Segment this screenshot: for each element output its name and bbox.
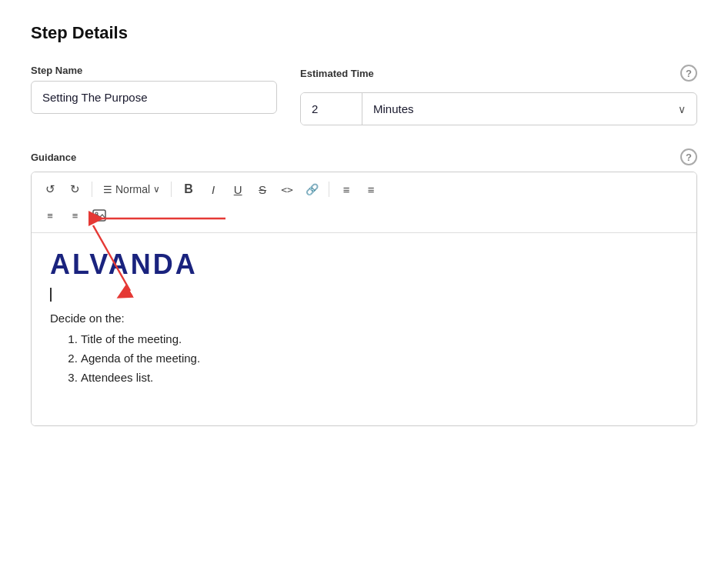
align-right-button[interactable]: ≡: [360, 178, 382, 200]
svg-point-1: [95, 212, 98, 215]
step-name-label: Step Name: [31, 65, 277, 76]
align-left-button[interactable]: ≡: [336, 178, 357, 200]
format-label: Normal: [115, 183, 150, 195]
text-cursor: [50, 288, 52, 302]
guidance-help-icon[interactable]: ?: [680, 148, 697, 165]
estimated-time-help-icon[interactable]: ?: [680, 65, 697, 82]
toolbar-divider-2: [171, 182, 172, 197]
strikethrough-button[interactable]: S: [252, 178, 273, 200]
toolbar-divider-1: [92, 182, 92, 197]
time-unit-select[interactable]: Minutes Hours Days: [362, 93, 696, 125]
cursor-line: [50, 287, 678, 302]
svg-rect-0: [93, 210, 105, 221]
toolbar-row-1: ↺ ↻ ☰ Normal ∨ B I U S <> 🔗 ≡ ≡: [39, 178, 689, 200]
link-button[interactable]: 🔗: [301, 178, 322, 200]
list-ordered-button[interactable]: ≡: [64, 205, 85, 226]
editor-content[interactable]: ALVANDA Decide on the: Title of the meet…: [32, 233, 696, 425]
format-dropdown[interactable]: ☰ Normal ∨: [99, 180, 165, 198]
dropdown-chevron-icon: ∨: [153, 184, 160, 195]
redo-button[interactable]: ↻: [64, 178, 85, 200]
ordered-list: Title of the meeting. Agenda of the meet…: [50, 332, 678, 384]
list-item: Agenda of the meeting.: [81, 352, 678, 365]
editor-toolbar: ↺ ↻ ☰ Normal ∨ B I U S <> 🔗 ≡ ≡: [32, 172, 696, 233]
page-title: Step Details: [31, 23, 697, 43]
underline-button[interactable]: U: [227, 178, 249, 200]
alvanda-logo: ALVANDA: [50, 248, 678, 281]
bold-button[interactable]: B: [178, 178, 199, 200]
list-item: Title of the meeting.: [81, 332, 678, 345]
step-name-input[interactable]: [31, 81, 277, 114]
estimated-time-row: Minutes Hours Days ∨: [300, 92, 697, 125]
guidance-section: Guidance ? ↺ ↻ ☰ Normal ∨ B I U S <>: [31, 148, 697, 426]
editor-container: ↺ ↻ ☰ Normal ∨ B I U S <> 🔗 ≡ ≡: [31, 172, 697, 426]
undo-button[interactable]: ↺: [39, 178, 61, 200]
time-number-input[interactable]: [301, 93, 362, 125]
list-item: Attendees list.: [81, 371, 678, 384]
code-button[interactable]: <>: [276, 178, 298, 200]
hamburger-icon: ☰: [103, 184, 112, 195]
image-button[interactable]: [88, 205, 110, 226]
decide-text: Decide on the:: [50, 312, 678, 325]
estimated-time-label: Estimated Time: [300, 68, 374, 79]
toolbar-divider-3: [329, 182, 329, 197]
toolbar-row-2: ≡ ≡: [39, 205, 689, 226]
guidance-label: Guidance: [31, 152, 76, 163]
time-unit-wrapper: Minutes Hours Days ∨: [362, 93, 696, 125]
list-unordered-button[interactable]: ≡: [39, 205, 61, 226]
italic-button[interactable]: I: [202, 178, 224, 200]
